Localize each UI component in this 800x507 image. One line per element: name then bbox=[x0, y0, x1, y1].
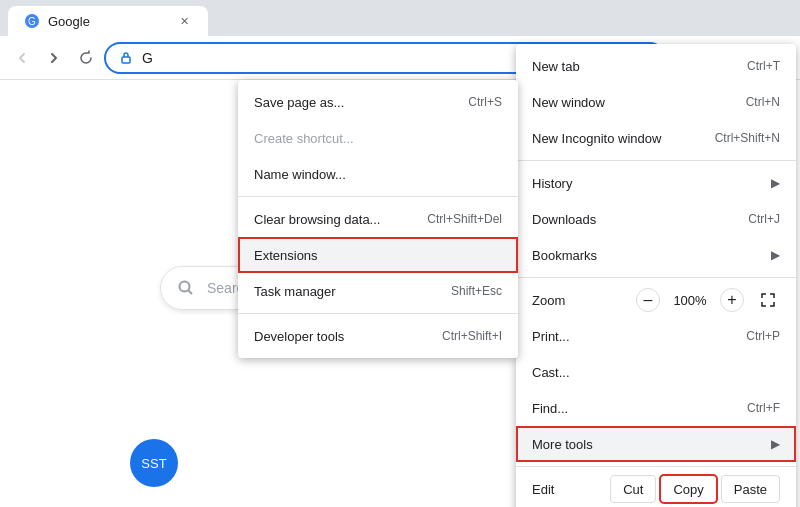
menu-item-print[interactable]: Print... Ctrl+P bbox=[516, 318, 796, 354]
svg-text:G: G bbox=[28, 16, 36, 27]
tab-close-button[interactable]: ✕ bbox=[176, 13, 192, 29]
copy-button[interactable]: Copy bbox=[660, 475, 716, 503]
avatar: SST bbox=[130, 439, 178, 487]
shortcut-incognito: Ctrl+Shift+N bbox=[715, 131, 780, 145]
menu-label-more-tools: More tools bbox=[532, 437, 593, 452]
tab-favicon: G bbox=[24, 13, 40, 29]
bookmarks-arrow: ▶ bbox=[771, 248, 780, 262]
zoom-out-button[interactable]: – bbox=[636, 288, 660, 312]
more-tools-arrow: ▶ bbox=[771, 437, 780, 451]
zoom-value: 100% bbox=[668, 293, 712, 308]
menu-label-incognito: New Incognito window bbox=[532, 131, 661, 146]
menu-item-cast[interactable]: Cast... bbox=[516, 354, 796, 390]
menu-label-new-tab: New tab bbox=[532, 59, 580, 74]
shortcut-downloads: Ctrl+J bbox=[748, 212, 780, 226]
shortcut-find: Ctrl+F bbox=[747, 401, 780, 415]
history-arrow: ▶ bbox=[771, 176, 780, 190]
lock-icon bbox=[118, 50, 134, 66]
menu-item-bookmarks[interactable]: Bookmarks ▶ bbox=[516, 237, 796, 273]
logo-l: l bbox=[458, 161, 472, 241]
shortcut-print: Ctrl+P bbox=[746, 329, 780, 343]
menu-label-new-window: New window bbox=[532, 95, 605, 110]
divider-2 bbox=[516, 277, 796, 278]
menu-label-history: History bbox=[532, 176, 572, 191]
menu-label-downloads: Downloads bbox=[532, 212, 596, 227]
divider-3 bbox=[516, 466, 796, 467]
forward-button[interactable] bbox=[40, 44, 68, 72]
tab-title: Google bbox=[48, 14, 90, 29]
menu-label-find: Find... bbox=[532, 401, 568, 416]
search-icon bbox=[177, 279, 195, 297]
logo-e: e bbox=[472, 161, 510, 241]
zoom-controls: – 100% + bbox=[636, 288, 780, 312]
shortcut-new-tab: Ctrl+T bbox=[747, 59, 780, 73]
logo-g: G bbox=[290, 161, 344, 241]
menu-item-history[interactable]: History ▶ bbox=[516, 165, 796, 201]
logo-g2: g bbox=[420, 161, 458, 241]
reload-button[interactable] bbox=[72, 44, 100, 72]
back-button[interactable] bbox=[8, 44, 36, 72]
tab-bar: G Google ✕ bbox=[0, 0, 800, 36]
paste-button[interactable]: Paste bbox=[721, 475, 780, 503]
avatar-initials: SST bbox=[141, 456, 166, 471]
svg-rect-2 bbox=[122, 57, 130, 63]
zoom-in-button[interactable]: + bbox=[720, 288, 744, 312]
logo-o2: o bbox=[382, 161, 420, 241]
shortcut-new-window: Ctrl+N bbox=[746, 95, 780, 109]
google-logo: Google bbox=[290, 160, 510, 242]
menu-label-bookmarks: Bookmarks bbox=[532, 248, 597, 263]
menu-label-cast: Cast... bbox=[532, 365, 570, 380]
menu-item-find[interactable]: Find... Ctrl+F bbox=[516, 390, 796, 426]
zoom-label: Zoom bbox=[532, 293, 636, 308]
divider-1 bbox=[516, 160, 796, 161]
logo-o1: o bbox=[344, 161, 382, 241]
cut-button[interactable]: Cut bbox=[610, 475, 656, 503]
menu-item-more-tools[interactable]: More tools ▶ bbox=[516, 426, 796, 462]
menu-item-downloads[interactable]: Downloads Ctrl+J bbox=[516, 201, 796, 237]
menu-item-incognito[interactable]: New Incognito window Ctrl+Shift+N bbox=[516, 120, 796, 156]
menu-item-new-window[interactable]: New window Ctrl+N bbox=[516, 84, 796, 120]
menu-item-new-tab[interactable]: New tab Ctrl+T bbox=[516, 48, 796, 84]
zoom-row: Zoom – 100% + bbox=[516, 282, 796, 318]
edit-row: Edit Cut Copy Paste bbox=[516, 471, 796, 507]
fullscreen-button[interactable] bbox=[756, 288, 780, 312]
chrome-menu[interactable]: New tab Ctrl+T New window Ctrl+N New Inc… bbox=[516, 44, 796, 507]
menu-label-print: Print... bbox=[532, 329, 570, 344]
edit-label: Edit bbox=[532, 482, 610, 497]
active-tab[interactable]: G Google ✕ bbox=[8, 6, 208, 36]
search-placeholder: Search Google or type a URL bbox=[207, 280, 391, 296]
